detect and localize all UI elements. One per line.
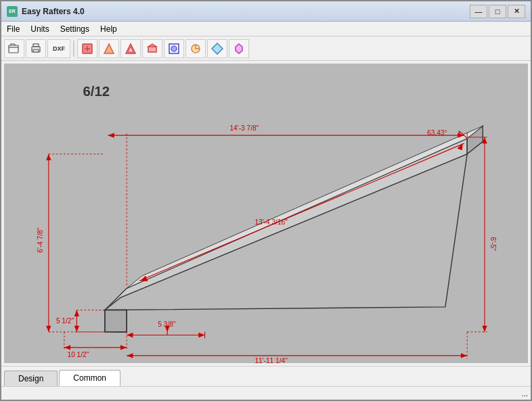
minimize-button[interactable]: — — [470, 5, 487, 18]
tool8-button[interactable] — [229, 39, 249, 58]
dim-seat-width: 5 3/8" — [158, 321, 176, 328]
dim-height-left: 6'-4 7/8" — [37, 227, 44, 253]
dim-height-right: 6'-5" — [489, 237, 497, 252]
print-button[interactable] — [26, 39, 46, 58]
svg-rect-3 — [33, 44, 39, 47]
tab-common[interactable]: Common — [59, 370, 120, 386]
svg-marker-22 — [105, 310, 127, 332]
svg-rect-2 — [33, 49, 39, 52]
title-buttons: — □ ✕ — [470, 5, 525, 18]
tool1-button[interactable] — [77, 39, 97, 58]
tab-design[interactable]: Design — [4, 371, 58, 386]
svg-rect-10 — [148, 47, 156, 52]
menu-help[interactable]: Help — [95, 22, 123, 36]
svg-marker-11 — [148, 44, 156, 47]
canvas-area: 6/12 63.43° — [4, 64, 528, 363]
svg-marker-15 — [212, 43, 223, 54]
status-bar: ... — [1, 386, 531, 400]
menu-units[interactable]: Units — [25, 22, 54, 36]
open-button[interactable] — [4, 39, 24, 58]
dim-run-length: 11'-11 1/4" — [254, 357, 288, 363]
tool5-button[interactable] — [164, 39, 184, 58]
tool3-button[interactable] — [120, 39, 141, 58]
dim-seat-height: 5 1/2" — [56, 317, 74, 325]
status-text: ... — [522, 390, 528, 398]
close-button[interactable]: ✕ — [508, 5, 525, 18]
dim-rafter-length: 13'-4 3/16" — [254, 218, 288, 226]
menu-bar: File Units Settings Help — [1, 22, 531, 37]
dim-tail-length: 10 1/2" — [68, 351, 89, 358]
separator-1 — [73, 41, 74, 57]
tool2-button[interactable] — [99, 39, 119, 58]
maximize-button[interactable]: □ — [489, 5, 506, 18]
tabs-bar: Design Common — [1, 366, 531, 386]
menu-file[interactable]: File — [1, 22, 25, 36]
dxf-button[interactable]: DXF — [47, 39, 70, 58]
app-icon: ER — [7, 6, 18, 17]
menu-settings[interactable]: Settings — [55, 22, 95, 36]
window-title: Easy Rafters 4.0 — [22, 7, 470, 16]
svg-rect-0 — [9, 45, 18, 53]
svg-marker-7 — [104, 44, 114, 53]
toolbar: DXF — [1, 37, 531, 61]
pitch-label: 6/12 — [83, 84, 110, 99]
main-window: ER Easy Rafters 4.0 — □ ✕ File Units Set… — [0, 0, 532, 401]
tool7-button[interactable] — [207, 39, 227, 58]
svg-marker-16 — [236, 44, 242, 53]
main-content: 6/12 63.43° — [1, 61, 531, 400]
svg-point-13 — [171, 46, 177, 51]
tool4-button[interactable] — [142, 39, 162, 58]
title-bar: ER Easy Rafters 4.0 — □ ✕ — [1, 1, 531, 22]
tool6-button[interactable] — [185, 39, 206, 58]
diagram-svg: 6/12 63.43° — [4, 64, 528, 363]
dim-top-length: 14'-3 7/8" — [229, 124, 259, 132]
